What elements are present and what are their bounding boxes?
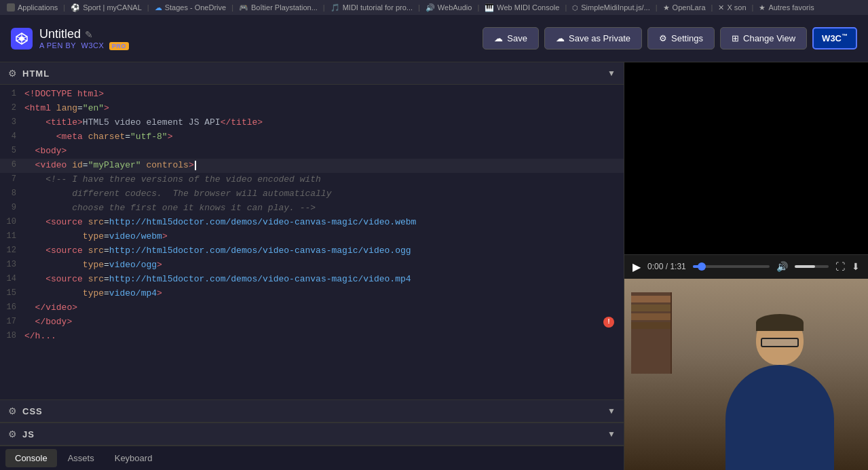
code-line-8: 8 different codecs. The browser will aut… [0,187,624,201]
code-line-12: 12 <source src=http://html5doctor.com/de… [0,244,624,258]
cloud-save-icon: ☁ [494,33,503,43]
js-chevron-icon[interactable]: ▼ [607,429,616,439]
header-toolbar: Untitled ✎ A PEN BY W3Cx PRO ☁ Save ☁ Sa… [0,15,868,62]
js-section-header[interactable]: ⚙ JS ▼ [0,423,624,446]
volume-icon[interactable]: 🔊 [776,261,788,272]
tab-xson[interactable]: ✕ X son [714,2,750,14]
html-header-left: ⚙ HTML [8,68,50,79]
tab-onedrive[interactable]: ☁ Stages - OneDrive [151,2,230,14]
html-code-editor[interactable]: 1 <!DOCTYPE html> 2 <html lang="en"> 3 <… [0,85,624,399]
pen-name: Untitled ✎ [39,27,129,41]
error-dot: ! [603,317,614,328]
midi-icon: 🎵 [331,3,340,12]
tab-simplemidi[interactable]: ⬡ SimpleMidiInput.js/... [568,2,654,13]
settings-button[interactable]: ⚙ Settings [647,27,715,50]
webmidi-icon: 🎹 [485,3,494,12]
js-section-title: JS [22,429,35,439]
pen-title-area: Untitled ✎ A PEN BY W3Cx PRO [39,27,129,50]
error-indicator: ! [603,317,620,328]
cloud-private-icon: ☁ [556,33,565,43]
code-line-10: 10 <source src=http://html5doctor.com/de… [0,216,624,230]
xson-icon: ✕ [718,3,724,12]
code-line-1: 1 <!DOCTYPE html> [0,87,624,102]
video-controls: ▶ 0:00 / 1:31 🔊 ⛶ ⬇ [624,254,868,279]
video-progress-thumb [698,262,706,271]
tab-midi[interactable]: 🎵 MIDI tutorial for pro... [326,2,417,14]
author-name[interactable]: W3Cx [81,41,105,50]
toolbar-buttons: ☁ Save ☁ Save as Private ⚙ Settings ⊞ Ch… [483,27,857,50]
console-tab[interactable]: Console [5,449,57,467]
css-header-left: ⚙ CSS [8,406,43,416]
settings-gear-icon: ⚙ [659,33,667,43]
code-line-15: 15 type=video/mp4> [0,287,624,301]
video-progress-fill [693,265,702,268]
code-line-3: 3 <title>HTML5 video element JS API</tit… [0,116,624,130]
tab-webmidi[interactable]: 🎹 Web MIDI Console [480,2,563,14]
html-chevron-icon[interactable]: ▼ [607,68,616,78]
time-display: 0:00 / 1:31 [647,262,686,271]
codepen-logo [11,28,33,50]
keyboard-tab[interactable]: Keyboard [105,449,162,467]
simplemidi-icon: ⬡ [572,4,578,12]
code-line-18: 18 </h... [0,330,624,344]
applications-icon [7,3,15,12]
w3c-badge[interactable]: W3C™ [812,27,857,49]
css-chevron-icon[interactable]: ▼ [607,406,616,416]
person-silhouette [712,307,848,470]
play-button[interactable]: ▶ [633,260,641,273]
tab-applications[interactable]: Applications [3,2,62,13]
hair [756,314,804,331]
pro-badge: PRO [109,42,129,50]
code-line-13: 13 type=video/ogg> [0,258,624,273]
js-header-left: ⚙ JS [8,429,35,439]
onedrive-icon: ☁ [155,3,162,12]
tab-webaudio[interactable]: 🔊 WebAudio [421,2,476,14]
logo-area: Untitled ✎ A PEN BY W3Cx PRO [11,27,474,50]
fullscreen-button[interactable]: ⛶ [835,261,845,272]
tab-playstation[interactable]: 🎮 Boîtier Playstation... [235,2,322,14]
webcam-preview [624,279,868,471]
html-gear-icon[interactable]: ⚙ [8,68,17,79]
css-gear-icon[interactable]: ⚙ [8,406,17,416]
css-section-header[interactable]: ⚙ CSS ▼ [0,399,624,423]
playstation-icon: 🎮 [239,3,248,12]
preview-panel: ▶ 0:00 / 1:31 🔊 ⛶ ⬇ [624,62,868,470]
css-section-title: CSS [22,406,43,416]
code-line-7: 7 <!-- I have three versions of the vide… [0,173,624,187]
change-view-icon: ⊞ [732,33,739,43]
shirt [725,365,834,470]
code-line-6: 6 <video id="myPlayer" controls> [0,159,624,173]
pen-author: A PEN BY W3Cx PRO [39,41,129,50]
html-section-title: HTML [22,68,50,79]
tab-autres[interactable]: ★ Autres favoris [755,2,818,14]
code-line-11: 11 type=video/webm> [0,230,624,244]
download-button[interactable]: ⬇ [852,261,860,272]
tab-openlara[interactable]: ★ OpenLara [659,2,710,14]
video-progress-bar[interactable] [693,265,770,268]
browser-tab-bar: Applications | ⚽ Sport | myCANAL | ☁ Sta… [0,0,868,15]
volume-bar[interactable] [795,265,829,268]
bottom-tabs: Console Assets Keyboard [0,446,624,470]
cursor-caret [195,161,196,170]
svg-marker-1 [19,36,24,41]
code-line-2: 2 <html lang="en"> [0,102,624,116]
editor-panel: ⚙ HTML ▼ 1 <!DOCTYPE html> 2 <html lang=… [0,62,624,470]
autres-icon: ★ [759,3,766,12]
edit-pen-name-icon[interactable]: ✎ [85,29,93,40]
assets-tab[interactable]: Assets [58,449,104,467]
save-private-button[interactable]: ☁ Save as Private [544,27,642,50]
volume-fill [795,265,815,268]
code-line-16: 16 </video> [0,301,624,315]
change-view-button[interactable]: ⊞ Change View [720,27,807,50]
mycanal-icon: ⚽ [71,3,80,12]
code-line-9: 9 choose the first one it knows it can p… [0,201,624,216]
webaudio-icon: 🔊 [426,3,435,12]
bookshelf [631,292,672,374]
glasses [761,338,799,347]
tab-mycanal[interactable]: ⚽ Sport | myCANAL [67,2,146,14]
code-line-4: 4 <meta charset="utf-8"> [0,130,624,144]
js-gear-icon[interactable]: ⚙ [8,429,17,439]
save-button[interactable]: ☁ Save [483,27,539,50]
html-section-header[interactable]: ⚙ HTML ▼ [0,62,624,85]
code-line-17: 17 </body> ! [0,315,624,330]
